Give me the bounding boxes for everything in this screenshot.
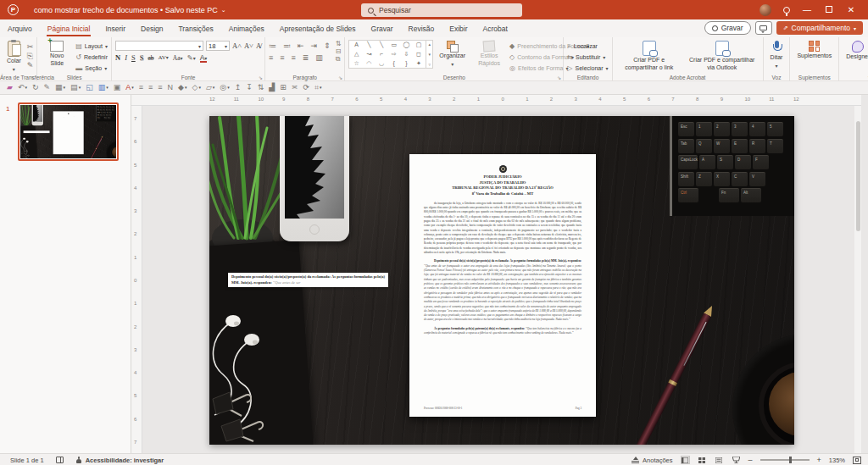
ribbon-tab[interactable]: Apresentação de Slides — [272, 19, 364, 37]
shape-icon[interactable]: { — [387, 59, 400, 68]
accessibility-status[interactable]: Acessibilidade: investigar — [75, 457, 164, 464]
highlighted-excerpt[interactable]: Depoimento pessoal do(a) sócio(a)/prepos… — [228, 273, 388, 287]
shape-icon[interactable]: ◻ — [413, 50, 426, 58]
horizontal-ruler[interactable]: 1211109876543210123456789101112 — [131, 95, 861, 106]
alignment-icon[interactable]: ≡ — [269, 54, 273, 62]
paste-button[interactable]: Colar ▾ — [3, 40, 25, 73]
reset-button[interactable]: ↺Redefinir — [75, 53, 108, 62]
paragraph-icon[interactable]: ⇥ — [311, 42, 318, 50]
font-color-button[interactable]: A▾ — [200, 53, 208, 62]
ribbon-tab[interactable]: Exibir — [442, 19, 475, 37]
shape-icon[interactable]: ◡ — [376, 59, 388, 68]
alignment-icon[interactable]: ▥ — [315, 54, 323, 62]
drawing-dialog-launcher[interactable]: ⇘ — [557, 75, 561, 80]
vertical-scrollbar[interactable] — [854, 106, 861, 453]
new-slide-button[interactable]: Novo Slide — [41, 40, 73, 73]
paragraph-icon[interactable]: ⇕ — [324, 42, 331, 50]
qat-icon[interactable]: ▟ — [269, 84, 275, 91]
qat-icon[interactable]: ≡ — [148, 84, 153, 91]
qat-icon[interactable]: ⇅ — [258, 84, 264, 91]
ribbon-tab[interactable]: Gravar — [364, 19, 401, 37]
zoom-level[interactable]: 135% — [829, 457, 845, 464]
shape-icon[interactable]: ▢ — [413, 41, 426, 49]
copy-icon[interactable]: ⎘ — [27, 53, 34, 60]
text-shadow-button[interactable]: S — [140, 53, 144, 62]
shape-icon[interactable]: A — [350, 41, 363, 49]
quick-styles-button[interactable]: Estilos Rápidos — [471, 40, 507, 73]
paragraph-extra-icon[interactable]: ⇅ — [336, 41, 342, 47]
shape-icon[interactable]: △ — [350, 50, 363, 58]
replace-button[interactable]: ⇆Substituir▾ — [567, 53, 608, 62]
alignment-icon[interactable]: ≣ — [303, 54, 309, 62]
clipboard-dialog-launcher[interactable]: ⇘ — [31, 75, 35, 80]
qat-icon[interactable]: A▾ — [125, 84, 134, 91]
shape-icon[interactable]: ◯ — [400, 41, 413, 49]
paragraph-extra-icon[interactable]: ⧉ — [336, 56, 342, 63]
qat-icon[interactable]: ▥▾ — [98, 84, 108, 91]
court-document[interactable]: PODER JUDICIÁRIOJUSTIÇA DO TRABALHOTRIBU… — [409, 154, 596, 417]
qat-icon[interactable]: ◎▾ — [220, 84, 229, 91]
paragraph-extra-icon[interactable]: ⊟ — [336, 48, 342, 55]
close-button[interactable]: ✕ — [846, 5, 856, 14]
grow-font-button[interactable]: A˄ — [232, 42, 242, 50]
alignment-icon[interactable]: ≡ — [292, 54, 296, 62]
shape-icon[interactable]: ⇩ — [400, 50, 413, 58]
shape-icon[interactable]: ↝ — [363, 50, 376, 58]
ribbon-tab[interactable]: Revisão — [401, 19, 442, 37]
find-button[interactable]: ⌕Localizar — [567, 42, 608, 51]
qat-icon[interactable]: ↧ — [246, 84, 253, 91]
ribbon-tab[interactable]: Design — [133, 19, 170, 37]
paragraph-icon[interactable]: ≕ — [283, 42, 291, 50]
zoom-slider-thumb[interactable] — [789, 457, 792, 463]
vertical-ruler[interactable]: 765432101234567 — [131, 106, 142, 453]
clear-formatting-button[interactable]: A̸ — [256, 42, 261, 50]
paragraph-icon[interactable]: ⇤ — [298, 42, 304, 50]
shape-icon[interactable]: ╲ — [376, 41, 388, 49]
strikethrough-button[interactable]: ab — [147, 54, 153, 62]
title-caret-icon[interactable]: ⌄ — [221, 7, 226, 14]
designer-button[interactable]: Designer — [843, 40, 868, 62]
qat-icon[interactable]: ⊞ — [280, 84, 287, 91]
qat-icon[interactable]: ▰ — [7, 84, 13, 91]
shape-icon[interactable]: ╲ — [363, 41, 376, 49]
section-button[interactable]: ▬Seção▾ — [75, 64, 108, 73]
qat-icon[interactable]: ◆▾ — [178, 84, 186, 91]
ribbon-tab[interactable]: Acrobat — [476, 19, 515, 37]
ribbon-tab[interactable]: Arquivo — [0, 19, 40, 37]
qat-icon[interactable]: ≍ — [292, 84, 298, 91]
qat-icon[interactable]: ↶▾ — [18, 84, 27, 91]
shapes-gallery-scroll[interactable]: ▴▾▿ — [426, 40, 433, 69]
record-button[interactable]: Gravar — [704, 21, 751, 35]
addins-button[interactable]: Suplementos — [793, 40, 835, 61]
qat-icon[interactable]: ✎ — [44, 84, 51, 91]
qat-icon[interactable]: ▦▾ — [55, 84, 65, 91]
ribbon-tab[interactable]: Inserir — [97, 19, 133, 37]
qat-icon[interactable]: ⌗▾ — [314, 84, 322, 91]
alignment-icon[interactable]: ≡ — [280, 54, 284, 62]
font-name-combo[interactable]: ▾ — [115, 41, 203, 51]
zoom-in-button[interactable]: + — [817, 456, 821, 464]
qat-icon[interactable]: ◇▾ — [192, 84, 200, 91]
shape-icon[interactable]: ▭ — [387, 41, 400, 49]
format-painter-icon[interactable]: ✎ — [27, 62, 34, 69]
minimize-button[interactable]: — — [802, 5, 812, 14]
select-button[interactable]: ▷Selecionar▾ — [567, 64, 608, 73]
court-document[interactable]: PODER JUDICIÁRIOJUSTIÇA DO TRABALHOTRIBU… — [53, 111, 84, 154]
zoom-out-button[interactable]: – — [748, 456, 753, 464]
bold-button[interactable]: N — [115, 53, 120, 62]
qat-icon[interactable]: N — [168, 84, 174, 91]
cut-icon[interactable]: ✂ — [27, 43, 34, 51]
fit-slide-button[interactable] — [853, 457, 861, 464]
slideshow-button[interactable] — [732, 456, 741, 464]
shape-icon[interactable]: ◠ — [363, 59, 376, 68]
font-dialog-launcher[interactable]: ⇘ — [259, 75, 263, 80]
view-normal-button[interactable] — [681, 456, 690, 464]
notes-toggle[interactable] — [56, 457, 64, 463]
shape-icon[interactable]: ✦ — [413, 59, 426, 68]
share-button[interactable]: ⇗ Compartilhamento ▾ — [776, 21, 863, 35]
dictate-button[interactable]: Ditar ▾ — [767, 40, 787, 69]
ribbon-tab[interactable]: Transições — [170, 19, 220, 37]
highlighted-excerpt[interactable]: Depoimento pessoal do(a) sócio(a)/prepos… — [24, 130, 50, 133]
slide-photo[interactable]: Depoimento pessoal do(a) sócio(a)/prepos… — [20, 105, 116, 158]
ribbon-tab[interactable]: Página Inicial — [40, 19, 98, 37]
